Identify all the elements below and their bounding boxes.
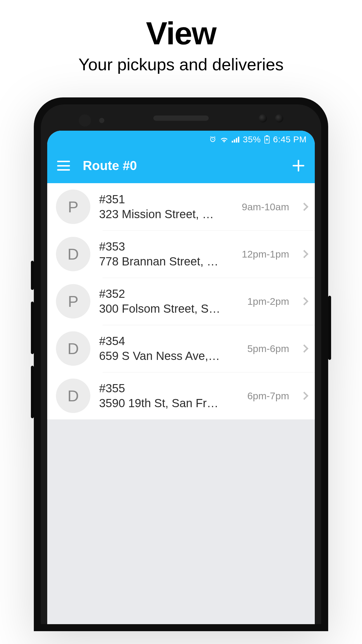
svg-rect-0 (232, 141, 233, 143)
stop-type-badge: P (56, 284, 90, 318)
stop-id: #354 (99, 334, 238, 348)
signal-icon (232, 136, 239, 143)
phone-side-button (31, 261, 34, 290)
stop-row[interactable]: P #352 300 Folsom Street, Sa… 1pm-2pm (47, 278, 315, 325)
chevron-right-icon (300, 344, 308, 353)
svg-rect-5 (266, 135, 268, 136)
battery-icon (264, 135, 270, 144)
phone-sensors-left (79, 114, 104, 127)
phone-sensors-right (259, 114, 283, 123)
svg-rect-2 (236, 138, 237, 142)
menu-button[interactable] (57, 161, 70, 171)
stop-address: 300 Folsom Street, Sa… (99, 301, 222, 316)
stop-row[interactable]: D #353 778 Brannan Street, … 12pm-1pm (47, 230, 315, 278)
phone-volume-up (31, 302, 34, 354)
stop-info: #355 3590 19th St, San Fra… (99, 381, 238, 411)
stop-time-window: 9am-10am (242, 201, 289, 213)
promo-title: View (0, 15, 362, 52)
clock-time: 6:45 PM (273, 134, 307, 144)
promo-subtitle: Your pickups and deliveries (0, 55, 362, 74)
stops-list: P #351 323 Mission Street, S… 9am-10am D… (47, 183, 315, 419)
stop-time-window: 6pm-7pm (247, 390, 289, 402)
stop-id: #351 (99, 192, 233, 206)
stop-id: #355 (99, 381, 238, 396)
status-bar: 35% 6:45 PM (47, 131, 315, 148)
stop-info: #354 659 S Van Ness Ave, S… (99, 334, 238, 363)
stop-row[interactable]: P #351 323 Mission Street, S… 9am-10am (47, 183, 315, 230)
phone-power-button (328, 296, 331, 360)
stop-time-window: 12pm-1pm (242, 249, 289, 260)
stop-info: #352 300 Folsom Street, Sa… (99, 286, 238, 316)
chevron-right-icon (300, 392, 308, 400)
svg-rect-3 (238, 137, 239, 143)
stop-time-window: 1pm-2pm (247, 296, 289, 307)
chevron-right-icon (300, 203, 308, 211)
phone-speaker (153, 116, 209, 121)
stop-type-badge: D (56, 379, 90, 413)
phone-volume-down (31, 366, 34, 418)
stop-address: 3590 19th St, San Fra… (99, 396, 222, 411)
stop-type-badge: D (56, 331, 90, 366)
stop-type-badge: D (56, 237, 90, 271)
svg-rect-1 (234, 139, 235, 143)
alarm-icon (209, 136, 217, 143)
chevron-right-icon (300, 297, 308, 305)
stop-row[interactable]: D #355 3590 19th St, San Fra… 6pm-7pm (47, 372, 315, 419)
stop-info: #351 323 Mission Street, S… (99, 192, 233, 222)
add-button[interactable] (292, 159, 305, 172)
stop-id: #352 (99, 286, 238, 301)
chevron-right-icon (300, 250, 308, 258)
stop-time-window: 5pm-6pm (247, 343, 289, 354)
app-bar: Route #0 (47, 148, 315, 183)
stop-id: #353 (99, 239, 233, 254)
battery-percent: 35% (243, 134, 261, 144)
stop-row[interactable]: D #354 659 S Van Ness Ave, S… 5pm-6pm (47, 325, 315, 372)
page-title: Route #0 (83, 158, 279, 173)
stop-address: 778 Brannan Street, … (99, 254, 222, 269)
stop-type-badge: P (56, 190, 90, 224)
phone-mockup: 35% 6:45 PM Route #0 P (34, 97, 328, 631)
stop-address: 323 Mission Street, S… (99, 206, 222, 222)
stop-address: 659 S Van Ness Ave, S… (99, 348, 222, 363)
phone-screen: 35% 6:45 PM Route #0 P (47, 131, 315, 624)
stop-info: #353 778 Brannan Street, … (99, 239, 233, 269)
wifi-icon (220, 136, 228, 143)
